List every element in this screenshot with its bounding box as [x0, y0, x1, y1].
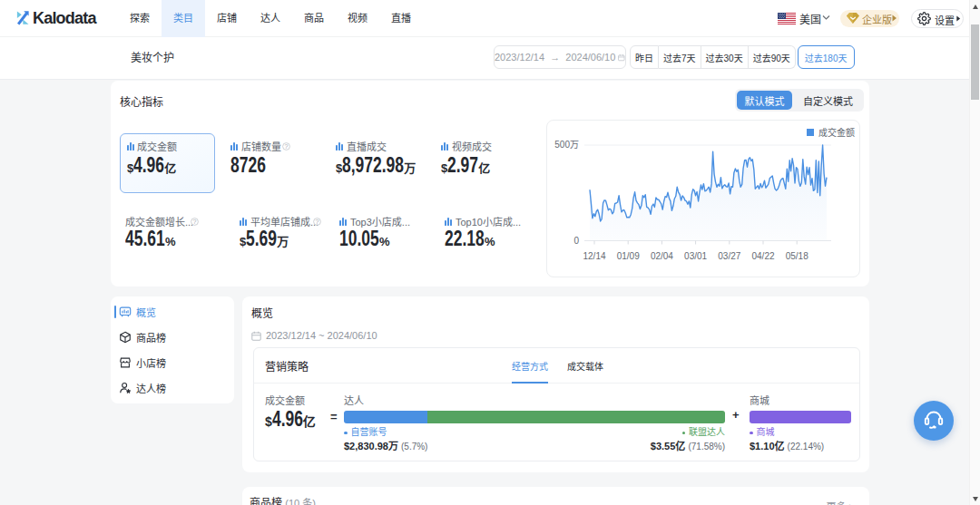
svg-text:03/27: 03/27 — [718, 251, 740, 261]
svg-text:02/04: 02/04 — [651, 251, 673, 261]
svg-text:?: ? — [193, 219, 197, 226]
svg-text:01/09: 01/09 — [617, 251, 640, 261]
svg-text:成交金额: 成交金额 — [818, 127, 855, 138]
svg-text:05/18: 05/18 — [786, 251, 808, 261]
svg-text:04/22: 04/22 — [751, 251, 774, 261]
svg-text:500万: 500万 — [554, 140, 579, 150]
svg-text:12/14: 12/14 — [583, 251, 605, 261]
svg-text:03/01: 03/01 — [684, 251, 707, 261]
svg-text:?: ? — [285, 143, 289, 151]
svg-text:?: ? — [316, 219, 319, 226]
svg-text:0: 0 — [573, 236, 579, 246]
